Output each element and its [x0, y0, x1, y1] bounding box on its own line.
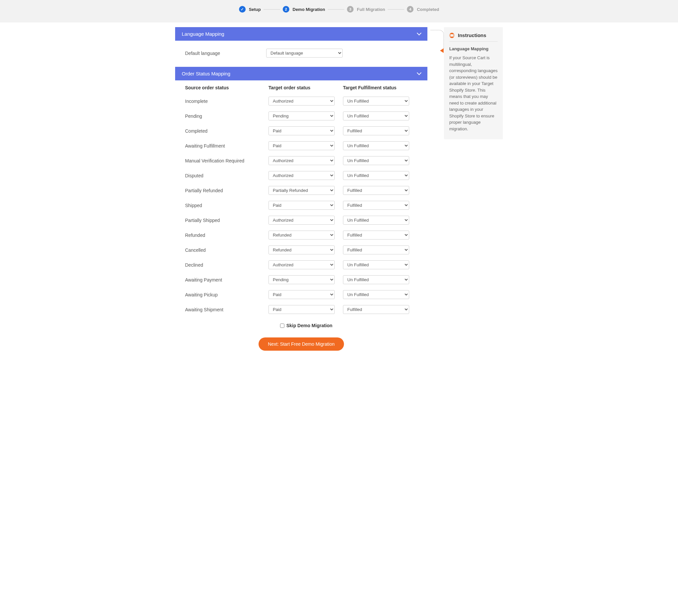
- status-row: IncompleteAuthorizedUn Fulfilled: [175, 94, 427, 109]
- status-row: DisputedAuthorizedUn Fulfilled: [175, 168, 427, 183]
- target-fulfillment-status-select[interactable]: Fulfilled: [343, 245, 409, 254]
- check-icon: [239, 6, 246, 12]
- target-order-status-select[interactable]: Refunded: [268, 245, 335, 254]
- header-target: Target order status: [268, 85, 343, 90]
- target-fulfillment-status-select[interactable]: Fulfilled: [343, 305, 409, 314]
- target-fulfillment-status-select[interactable]: Un Fulfilled: [343, 275, 409, 284]
- source-status-label: Awaiting Payment: [185, 277, 268, 283]
- source-status-label: Incomplete: [185, 98, 268, 104]
- status-row: RefundedRefundedFulfilled: [175, 228, 427, 243]
- instructions-title: Instructions: [458, 32, 486, 38]
- step-number-icon: 2: [283, 6, 289, 12]
- source-status-label: Disputed: [185, 173, 268, 178]
- status-row: Manual Verification RequiredAuthorizedUn…: [175, 153, 427, 168]
- target-order-status-select[interactable]: Authorized: [268, 156, 335, 165]
- source-status-label: Awaiting Pickup: [185, 292, 268, 297]
- arrow-right-icon: [440, 48, 444, 53]
- status-row: CancelledRefundedFulfilled: [175, 243, 427, 257]
- step-label: Full Migration: [357, 7, 385, 12]
- step-label: Demo Migration: [293, 7, 325, 12]
- status-row: Awaiting PaymentPendingUn Fulfilled: [175, 272, 427, 287]
- target-order-status-select[interactable]: Authorized: [268, 96, 335, 106]
- next-start-demo-button[interactable]: Next: Start Free Demo Migration: [259, 337, 344, 351]
- target-fulfillment-status-select[interactable]: Un Fulfilled: [343, 290, 409, 299]
- header-fulfillment: Target Fulfillment status: [343, 85, 417, 90]
- status-row: Awaiting PickupPaidUn Fulfilled: [175, 287, 427, 302]
- target-fulfillment-status-select[interactable]: Un Fulfilled: [343, 260, 409, 269]
- target-order-status-select[interactable]: Paid: [268, 290, 335, 299]
- chevron-down-icon: [417, 31, 421, 37]
- target-order-status-select[interactable]: Paid: [268, 126, 335, 135]
- default-language-select[interactable]: Default language: [266, 49, 343, 57]
- target-order-status-select[interactable]: Authorized: [268, 260, 335, 269]
- source-status-label: Refunded: [185, 233, 268, 238]
- lifebuoy-icon: [449, 33, 455, 38]
- target-fulfillment-status-select[interactable]: Fulfilled: [343, 201, 409, 210]
- step-setup[interactable]: Setup: [239, 6, 261, 12]
- panel-title: Order Status Mapping: [182, 71, 230, 76]
- step-full-migration[interactable]: 3 Full Migration: [347, 6, 385, 12]
- status-row: ShippedPaidFulfilled: [175, 198, 427, 213]
- target-order-status-select[interactable]: Authorized: [268, 216, 335, 224]
- status-row: DeclinedAuthorizedUn Fulfilled: [175, 257, 427, 272]
- panel-title: Language Mapping: [182, 31, 224, 37]
- target-order-status-select[interactable]: Pending: [268, 275, 335, 284]
- source-status-label: Partially Shipped: [185, 218, 268, 223]
- target-fulfillment-status-select[interactable]: Un Fulfilled: [343, 171, 409, 180]
- source-status-label: Pending: [185, 114, 268, 119]
- target-fulfillment-status-select[interactable]: Fulfilled: [343, 126, 409, 135]
- instructions-subtitle: Language Mapping: [449, 46, 498, 51]
- source-status-label: Manual Verification Required: [185, 158, 268, 163]
- step-connector: [328, 9, 344, 10]
- guide-connector: [431, 30, 444, 50]
- target-order-status-select[interactable]: Partially Refunded: [268, 186, 335, 195]
- language-mapping-panel-header[interactable]: Language Mapping: [175, 27, 427, 41]
- status-row: Partially RefundedPartially RefundedFulf…: [175, 183, 427, 198]
- status-row: PendingPendingUn Fulfilled: [175, 109, 427, 123]
- step-label: Setup: [249, 7, 261, 12]
- target-order-status-select[interactable]: Paid: [268, 141, 335, 150]
- target-fulfillment-status-select[interactable]: Un Fulfilled: [343, 112, 409, 120]
- source-status-label: Awaiting Shipment: [185, 307, 268, 312]
- target-fulfillment-status-select[interactable]: Fulfilled: [343, 186, 409, 195]
- step-connector: [388, 9, 404, 10]
- source-status-label: Partially Refunded: [185, 188, 268, 193]
- status-row: Awaiting FulfillmentPaidUn Fulfilled: [175, 138, 427, 153]
- target-order-status-select[interactable]: Paid: [268, 201, 335, 210]
- order-status-mapping-panel-header[interactable]: Order Status Mapping: [175, 67, 427, 80]
- instructions-body: If your Source Cart is multilingual, cor…: [449, 54, 498, 132]
- order-status-headers: Source order status Target order status …: [175, 80, 427, 94]
- step-label: Completed: [417, 7, 439, 12]
- instructions-panel: Instructions Language Mapping If your So…: [444, 27, 503, 139]
- target-order-status-select[interactable]: Refunded: [268, 231, 335, 240]
- target-fulfillment-status-select[interactable]: Fulfilled: [343, 231, 409, 240]
- status-row: Partially ShippedAuthorizedUn Fulfilled: [175, 213, 427, 228]
- step-number-icon: 3: [347, 6, 353, 12]
- step-demo-migration[interactable]: 2 Demo Migration: [283, 6, 325, 12]
- source-status-label: Awaiting Fulfillment: [185, 143, 268, 149]
- target-order-status-select[interactable]: Pending: [268, 112, 335, 120]
- source-status-label: Declined: [185, 262, 268, 268]
- default-language-label: Default language: [185, 51, 260, 56]
- language-mapping-panel-body: Default language Default language: [175, 41, 427, 67]
- target-fulfillment-status-select[interactable]: Un Fulfilled: [343, 216, 409, 224]
- target-order-status-select[interactable]: Authorized: [268, 171, 335, 180]
- chevron-down-icon: [417, 71, 421, 76]
- step-completed[interactable]: 4 Completed: [407, 6, 439, 12]
- step-connector: [264, 9, 280, 10]
- step-number-icon: 4: [407, 6, 413, 12]
- target-fulfillment-status-select[interactable]: Un Fulfilled: [343, 156, 409, 165]
- status-row: CompletedPaidFulfilled: [175, 123, 427, 138]
- skip-demo-checkbox[interactable]: [280, 324, 285, 328]
- target-fulfillment-status-select[interactable]: Un Fulfilled: [343, 96, 409, 106]
- target-fulfillment-status-select[interactable]: Un Fulfilled: [343, 141, 409, 150]
- source-status-label: Cancelled: [185, 247, 268, 253]
- header-source: Source order status: [185, 85, 268, 90]
- source-status-label: Completed: [185, 128, 268, 134]
- skip-demo-label[interactable]: Skip Demo Migration: [286, 323, 332, 328]
- source-status-label: Shipped: [185, 203, 268, 208]
- status-row: Awaiting ShipmentPaidFulfilled: [175, 302, 427, 317]
- stepper-bar: Setup 2 Demo Migration 3 Full Migration …: [0, 0, 678, 23]
- target-order-status-select[interactable]: Paid: [268, 305, 335, 314]
